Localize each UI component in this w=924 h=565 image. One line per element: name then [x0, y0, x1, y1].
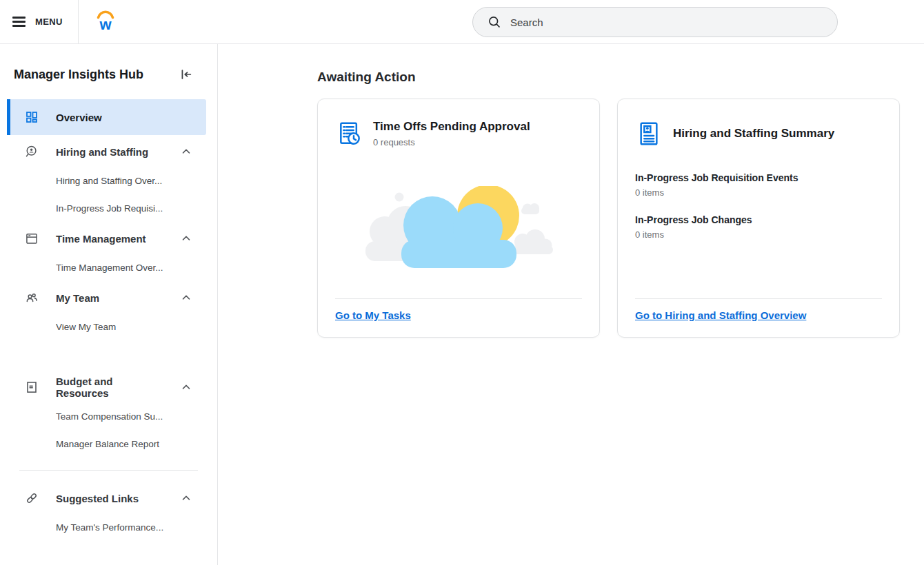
document-clock-icon: [335, 120, 363, 147]
sidebar-section-label: Budget and Resources: [56, 376, 163, 399]
page-title: Awaiting Action: [317, 70, 924, 85]
stat-in-progress-job-requisition-events: In-Progress Job Requisition Events 0 ite…: [635, 172, 882, 198]
people-icon: [25, 291, 39, 305]
card-footer: Go to Hiring and Staffing Overview: [635, 298, 882, 337]
card-stats: In-Progress Job Requisition Events 0 ite…: [618, 147, 899, 298]
sidebar-section-label: Hiring and Staffing: [56, 146, 163, 158]
svg-text:w: w: [99, 16, 112, 33]
dashboard-icon: [25, 110, 39, 124]
calendar-icon: [25, 232, 39, 245]
stat-label: In-Progress Job Changes: [635, 214, 882, 225]
sidebar-item-my-teams-performance[interactable]: My Team's Performance...: [0, 513, 217, 541]
sidebar-sub-label: View My Team: [56, 322, 116, 332]
sidebar-sub-label: My Team's Performance...: [56, 522, 163, 533]
sidebar-sub-label: Team Compensation Su...: [56, 411, 163, 422]
card-hiring-and-staffing-summary: Hiring and Staffing Summary In-Progress …: [617, 99, 900, 338]
ledger-icon: [25, 380, 39, 394]
search-person-icon: [25, 145, 39, 158]
sidebar-section-my-team[interactable]: My Team: [0, 282, 217, 313]
sidebar-sub-label: Manager Balance Report: [56, 439, 159, 449]
sidebar-section-suggested-links[interactable]: Suggested Links: [0, 483, 217, 513]
sidebar-item-overview[interactable]: Overview: [7, 99, 206, 135]
hamburger-icon: [12, 17, 26, 26]
sidebar-section-budget-and-resources[interactable]: Budget and Resources: [0, 372, 217, 402]
search-icon: [488, 15, 501, 29]
sidebar-section-time-management[interactable]: Time Management: [0, 223, 217, 254]
stat-label: In-Progress Job Requisition Events: [635, 172, 882, 183]
sidebar-section-label: My Team: [56, 292, 163, 304]
collapse-panel-icon[interactable]: [178, 67, 193, 82]
sidebar-title: Manager Insights Hub: [14, 68, 143, 82]
topbar-divider: [78, 0, 79, 43]
sun-and-clouds-illustration: [318, 147, 599, 298]
workday-logo[interactable]: w: [95, 10, 116, 34]
top-bar: MENU w Search: [0, 0, 924, 44]
global-menu-button[interactable]: MENU: [0, 0, 79, 43]
chevron-up-icon[interactable]: [180, 232, 192, 245]
chevron-up-icon[interactable]: [180, 492, 192, 504]
stat-value: 0 items: [635, 187, 882, 198]
menu-label: MENU: [35, 17, 63, 27]
sidebar-item-view-my-team[interactable]: View My Team: [0, 313, 217, 340]
sidebar: Manager Insights Hub Overview Hiring: [0, 44, 218, 565]
link-icon: [25, 491, 39, 505]
search-input[interactable]: Search: [472, 7, 838, 37]
go-to-my-tasks-link[interactable]: Go to My Tasks: [335, 309, 411, 321]
sidebar-item-in-progress-job-requisitions[interactable]: In-Progress Job Requisi...: [0, 194, 217, 222]
sidebar-item-label: Overview: [56, 112, 102, 123]
sidebar-sub-label: Hiring and Staffing Over...: [56, 176, 162, 186]
main-content: Awaiting Action Time Offs Pen: [219, 44, 924, 565]
sidebar-item-hiring-staffing-overview[interactable]: Hiring and Staffing Over...: [0, 167, 217, 194]
card-footer: Go to My Tasks: [335, 298, 582, 337]
chevron-up-icon[interactable]: [180, 381, 192, 393]
stat-value: 0 items: [635, 229, 882, 240]
search-placeholder: Search: [510, 17, 543, 28]
sidebar-item-manager-balance-report[interactable]: Manager Balance Report: [0, 430, 217, 458]
stat-in-progress-job-changes: In-Progress Job Changes 0 items: [635, 214, 882, 240]
card-title: Time Offs Pending Approval: [373, 120, 530, 134]
sidebar-section-label: Time Management: [56, 233, 163, 245]
chevron-up-icon[interactable]: [180, 291, 192, 304]
card-subtitle: 0 requests: [373, 137, 530, 147]
card-time-offs-pending-approval: Time Offs Pending Approval 0 requests: [317, 99, 600, 338]
chevron-up-icon[interactable]: [180, 145, 192, 158]
sidebar-divider: [19, 470, 198, 471]
sidebar-sub-label: In-Progress Job Requisi...: [56, 203, 163, 214]
sidebar-sub-label: Time Management Over...: [56, 263, 163, 273]
sidebar-section-label: Suggested Links: [56, 493, 163, 504]
sidebar-item-time-management-overview[interactable]: Time Management Over...: [0, 254, 217, 281]
card-title: Hiring and Staffing Summary: [673, 127, 834, 141]
sidebar-item-team-compensation-summary[interactable]: Team Compensation Su...: [0, 402, 217, 430]
sidebar-section-hiring-and-staffing[interactable]: Hiring and Staffing: [0, 136, 217, 167]
resume-document-icon: [635, 120, 663, 147]
go-to-hiring-and-staffing-overview-link[interactable]: Go to Hiring and Staffing Overview: [635, 309, 806, 321]
